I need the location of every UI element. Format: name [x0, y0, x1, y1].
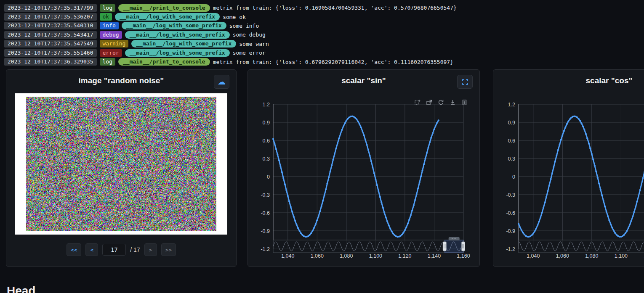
svg-text:0.3: 0.3	[508, 156, 515, 162]
cos-chart-card: scalar "cos" 1.20.90.60.30-0.3-0.6-0.9-1…	[493, 69, 644, 267]
log-message: some warn	[239, 41, 269, 47]
svg-text:0.6: 0.6	[508, 138, 515, 144]
last-page-button[interactable]: >>	[161, 243, 176, 256]
log-level-badge: warning	[100, 40, 129, 48]
svg-text:1.2: 1.2	[263, 102, 270, 108]
log-level-badge: error	[100, 49, 122, 57]
log-row: 2023-12-10T17:37:35.317799log__main__/pr…	[4, 3, 644, 12]
image-card: image "random noise" ☁ << < / 17 > >>	[6, 69, 237, 267]
sin-card-header: scalar "sin"	[248, 70, 479, 92]
restore-icon[interactable]	[438, 99, 444, 106]
log-message: some debug	[233, 32, 266, 38]
prev-page-button[interactable]: <	[85, 243, 98, 256]
log-timestamp: 2023-12-10T17:37:35.317799	[4, 4, 97, 12]
log-timestamp: 2023-12-10T17:37:35.540310	[4, 22, 97, 29]
svg-text:-0.6: -0.6	[506, 210, 515, 216]
datazoom-slider[interactable]	[273, 237, 465, 253]
svg-text:0.3: 0.3	[263, 156, 270, 162]
line-chart-cos: 1.20.90.60.30-0.3-0.6-0.9-1.21,0401,0601…	[500, 93, 644, 262]
svg-text:1,140: 1,140	[428, 253, 441, 259]
fullscreen-icon	[461, 78, 469, 86]
svg-text:1,100: 1,100	[615, 253, 628, 259]
cos-chart: 1.20.90.60.30-0.3-0.6-0.9-1.21,0401,0601…	[500, 93, 644, 264]
log-source-badge: __main__/log_with_some_prefix	[115, 13, 220, 21]
log-timestamp: 2023-12-10T17:37:35.551460	[4, 49, 97, 57]
fullscreen-button[interactable]	[457, 75, 473, 89]
log-row: 2023-12-10T17:37:35.536207ok__main__/log…	[4, 12, 644, 21]
svg-text:1,080: 1,080	[585, 253, 598, 259]
log-message: metrix from train: {'loss': 0.6796292079…	[213, 59, 453, 65]
next-page-button[interactable]: >	[144, 243, 157, 256]
chart-toolbox	[414, 99, 468, 106]
random-noise-image	[26, 97, 216, 231]
cloud-icon: ☁	[218, 78, 226, 86]
log-message: metrix from train: {'loss': 0.1690584700…	[213, 5, 457, 11]
svg-text:1,120: 1,120	[398, 253, 411, 259]
log-source-badge: __main__/log_with_some_prefix	[125, 31, 230, 39]
save-image-icon[interactable]	[450, 99, 456, 106]
sin-chart: 1.20.90.60.30-0.3-0.6-0.9-1.21,0401,0601…	[255, 93, 479, 264]
svg-text:1,160: 1,160	[457, 253, 470, 259]
svg-text:1,080: 1,080	[340, 253, 353, 259]
svg-text:1,060: 1,060	[311, 253, 324, 259]
log-row: 2023-12-10T17:37:36.329035log__main__/pr…	[4, 57, 644, 66]
svg-text:0.6: 0.6	[263, 138, 270, 144]
datazoom-slider[interactable]	[519, 237, 644, 253]
svg-text:1,040: 1,040	[527, 253, 540, 259]
datazoom-left-handle[interactable]	[443, 242, 446, 251]
log-timestamp: 2023-12-10T17:37:35.536207	[4, 13, 97, 21]
svg-text:1,040: 1,040	[281, 253, 294, 259]
log-source-badge: __main__/log_with_some_prefix	[122, 22, 226, 29]
log-row: 2023-12-10T17:37:35.543417debug__main__/…	[4, 30, 644, 39]
log-level-badge: log	[100, 58, 115, 66]
image-pager: << < / 17 > >>	[6, 243, 236, 256]
log-timestamp: 2023-12-10T17:37:35.547549	[4, 40, 97, 48]
log-timestamp: 2023-12-10T17:37:35.543417	[4, 31, 97, 39]
image-card-header: image "random noise" ☁	[6, 70, 236, 92]
first-page-button[interactable]: <<	[67, 243, 82, 256]
log-message: some error	[233, 50, 266, 56]
svg-text:-0.3: -0.3	[506, 192, 515, 198]
log-source-badge: __main__/log_with_some_prefix	[131, 40, 236, 48]
log-row: 2023-12-10T17:37:35.540310info__main__/l…	[4, 21, 644, 30]
log-row: 2023-12-10T17:37:35.551460error__main__/…	[4, 48, 644, 57]
data-view-icon[interactable]	[461, 99, 468, 106]
svg-text:-1.2: -1.2	[506, 246, 515, 252]
log-row: 2023-12-10T17:37:35.547549warning__main_…	[4, 40, 644, 48]
svg-text:-0.3: -0.3	[261, 192, 270, 198]
image-card-title: image "random noise"	[79, 76, 164, 85]
sin-card-title: scalar "sin"	[341, 76, 386, 85]
log-message: some info	[229, 23, 259, 29]
svg-text:0: 0	[267, 174, 270, 180]
sin-chart-card: scalar "sin" 1.20.90.60.30-0.3-0.6-0.9-1…	[247, 69, 480, 267]
svg-text:1.2: 1.2	[508, 102, 515, 108]
area-zoom-icon[interactable]	[414, 99, 420, 106]
image-frame	[15, 93, 227, 235]
log-level-badge: info	[100, 22, 119, 29]
cards-row: image "random noise" ☁ << < / 17 > >> sc…	[6, 69, 644, 267]
cos-card-title: scalar "cos"	[586, 76, 633, 85]
svg-text:1,060: 1,060	[556, 253, 569, 259]
cos-card-header: scalar "cos"	[493, 70, 644, 92]
log-level-badge: log	[100, 4, 115, 12]
line-chart-sin: 1.20.90.60.30-0.3-0.6-0.9-1.21,0401,0601…	[255, 93, 474, 262]
log-source-badge: __main__/print_to_console	[118, 58, 210, 66]
zoom-reset-icon[interactable]	[426, 99, 432, 106]
log-timestamp: 2023-12-10T17:37:36.329035	[4, 58, 97, 66]
svg-text:-0.6: -0.6	[261, 210, 270, 216]
datazoom-right-handle[interactable]	[462, 242, 465, 251]
log-source-badge: __main__/log_with_some_prefix	[125, 49, 230, 57]
log-level-badge: ok	[100, 13, 112, 21]
svg-text:0: 0	[512, 174, 515, 180]
section-heading: Head	[7, 284, 35, 293]
log-level-badge: debug	[100, 31, 122, 39]
page-number-input[interactable]	[102, 244, 126, 256]
svg-text:-1.2: -1.2	[261, 246, 270, 252]
svg-text:-0.9: -0.9	[506, 228, 515, 234]
log-message: some ok	[223, 14, 246, 20]
svg-text:1,100: 1,100	[369, 253, 382, 259]
svg-text:0.9: 0.9	[263, 120, 270, 126]
download-image-button[interactable]: ☁	[214, 75, 229, 89]
svg-text:-0.9: -0.9	[261, 228, 270, 234]
datazoom-window[interactable]	[444, 240, 463, 253]
